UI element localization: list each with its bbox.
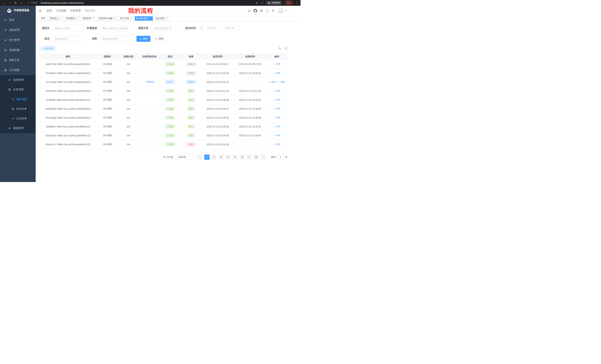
fullscreen-icon[interactable] (266, 9, 269, 12)
category-select-input[interactable] (151, 25, 182, 31)
reload-icon[interactable]: ↻ (13, 1, 18, 5)
page-button[interactable]: 11 (254, 154, 259, 160)
owner-process-input[interactable] (100, 25, 135, 31)
page-button[interactable]: 4 (225, 154, 231, 160)
page-button[interactable]: 1 (204, 154, 210, 160)
page-size-select[interactable]: 10条/页 (176, 154, 194, 160)
cell-name: OA 请假 (97, 104, 118, 113)
category-select[interactable] (151, 25, 182, 31)
sidebar-item[interactable]: 待办任务 (0, 104, 36, 114)
key-icon[interactable] (256, 1, 259, 4)
detail-action-link[interactable]: 详情 (273, 107, 280, 110)
browser-menu-icon[interactable]: ⋮ (295, 1, 298, 4)
tab-close-icon[interactable]: × (92, 17, 94, 20)
breadcrumb-item[interactable]: 工作流程 (56, 9, 66, 12)
caret-down-icon[interactable] (284, 9, 288, 12)
detail-action-link[interactable]: 详情 (273, 134, 280, 137)
current-task-link[interactable]: 一级审批 (145, 80, 154, 83)
status-select[interactable] (52, 36, 85, 42)
breadcrumb-item[interactable]: 首页 (47, 9, 52, 12)
tags-view-tab[interactable]: 流程定义× (48, 16, 63, 21)
detail-action-link[interactable]: 详情 (273, 116, 280, 119)
tab-close-icon[interactable]: × (76, 17, 78, 20)
toggle-search-icon[interactable] (278, 47, 281, 50)
detail-action-link[interactable]: 详情 (273, 125, 280, 128)
tab-close-icon[interactable]: × (59, 17, 62, 20)
cell-actions: 取消详情 (266, 77, 288, 86)
sidebar-item[interactable]: 首页 (0, 15, 36, 25)
hamburger-icon[interactable] (39, 9, 42, 12)
browser-chrome: ← → ↻ ⌂ ⚠ 不安全 dashboard.yudao.iocoder.cn… (0, 0, 300, 6)
tab-close-icon[interactable]: × (113, 17, 116, 20)
tags-view-tab[interactable]: 流程表单× (80, 16, 96, 21)
status-select-input[interactable] (52, 36, 85, 42)
back-icon[interactable]: ← (2, 1, 7, 5)
tags-view-tab[interactable]: 用户分组× (119, 16, 134, 21)
result-select-input[interactable] (100, 36, 135, 42)
cancel-action-link[interactable]: 取消 (269, 80, 276, 84)
tab-label: 流程表单 (82, 17, 91, 20)
result-select[interactable] (100, 36, 135, 42)
cell-actions: 详情 (266, 122, 288, 131)
tab-close-icon[interactable]: × (149, 17, 151, 20)
page-button[interactable]: 6 (240, 154, 245, 160)
start-process-button[interactable]: 发起流程 (39, 46, 56, 51)
sidebar-item-label: 任务管理 (13, 88, 24, 91)
tags-view-tab[interactable]: 流程模型× (64, 16, 80, 21)
avatar[interactable] (278, 8, 283, 13)
detail-action-link[interactable]: 详情 (273, 143, 280, 146)
status-tag: 已完成 (165, 106, 175, 111)
update-button[interactable]: 更新 (284, 1, 293, 5)
github-icon[interactable] (254, 9, 257, 12)
cell-actions: 详情 (266, 86, 288, 95)
sidebar-item[interactable]: 请假查询 (0, 123, 36, 133)
detail-action-link[interactable]: 详情 (273, 63, 280, 66)
sidebar-item[interactable]: 任务管理 (0, 85, 36, 95)
sidebar-item[interactable]: 基础设施 (0, 45, 36, 55)
cell-end-time: 2022-01-22 23:45:37 (234, 122, 266, 131)
star-icon[interactable]: ☆ (261, 1, 263, 4)
sidebar-item[interactable]: ¥支付管理 (0, 35, 36, 45)
sidebar-item[interactable]: 系统管理 (0, 25, 36, 35)
forward-icon[interactable]: → (8, 1, 13, 5)
more-pages-button[interactable]: ••• (247, 154, 252, 160)
navbar: 首页/工作流程/任务管理/我的流程 TT (36, 6, 300, 16)
detail-action-link[interactable]: 详情 (273, 72, 280, 75)
cell-end-time: 2022-01-23 00:07:03 (234, 60, 266, 69)
tags-view-tab[interactable]: 发起流程× (154, 16, 169, 21)
next-page-button[interactable] (261, 154, 266, 160)
result-tag: 已取消 (186, 62, 196, 67)
tab-close-icon[interactable]: × (130, 17, 132, 20)
goto-page-input[interactable] (277, 154, 284, 160)
detail-action-link[interactable]: 详情 (273, 98, 280, 102)
search-button[interactable]: 搜索 (137, 36, 150, 42)
breadcrumb-item[interactable]: 任务管理 (70, 9, 81, 12)
sidebar-item[interactable]: 研发工具 (0, 55, 36, 65)
tags-view-tab[interactable]: 首页 (39, 16, 47, 21)
help-icon[interactable] (260, 9, 263, 12)
tags-view-tab[interactable]: 我的流程× (135, 16, 153, 21)
browser-home-icon[interactable]: ⌂ (19, 1, 24, 5)
page-button[interactable]: 2 (211, 154, 217, 160)
app-logo[interactable]: 芋道管理系统 (0, 6, 36, 15)
sidebar-item[interactable]: 已办任务 (0, 114, 36, 123)
font-size-icon[interactable]: TT (272, 9, 275, 12)
result-tag: 通过 (187, 133, 195, 138)
detail-action-link[interactable]: 详情 (278, 80, 285, 84)
reset-button[interactable]: 重置 (152, 36, 167, 42)
tags-view-tab[interactable]: 流程表单-编辑× (97, 16, 118, 21)
page-button[interactable]: 5 (232, 154, 238, 160)
process-name-input[interactable] (52, 25, 85, 31)
page-button[interactable]: 3 (218, 154, 224, 160)
sidebar-item[interactable]: 工作流程 (0, 65, 36, 75)
sidebar-item[interactable]: 流程管理 (0, 75, 36, 85)
tab-close-icon[interactable]: × (165, 17, 168, 20)
prev-page-button[interactable] (197, 154, 202, 160)
refresh-list-icon[interactable] (285, 47, 288, 50)
address-bar[interactable]: ⚠ 不安全 dashboard.yudao.iocoder.cn/bpm/tas… (27, 1, 84, 4)
submit-time-range-picker[interactable]: 开始日期 - 结束日期 (198, 25, 240, 31)
sidebar-item[interactable]: 我的流程 (0, 95, 36, 104)
edit-icon (278, 81, 280, 83)
detail-action-link[interactable]: 详情 (273, 89, 280, 93)
search-icon[interactable] (248, 9, 251, 12)
